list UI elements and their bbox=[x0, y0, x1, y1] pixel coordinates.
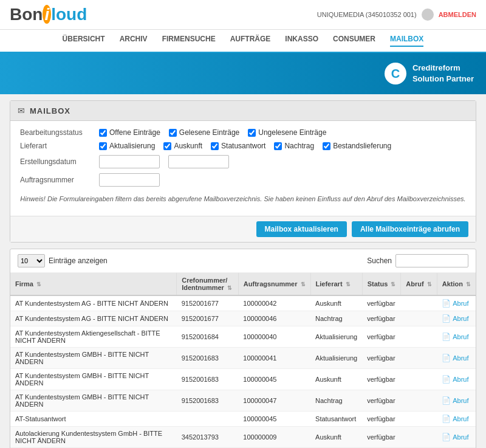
cell-status: verfügbar bbox=[362, 390, 401, 412]
auskunft-label: Auskunft bbox=[174, 142, 202, 150]
nav-firmensuche[interactable]: FIRMENSUCHE bbox=[162, 35, 216, 47]
mailbox-aktualisieren-button[interactable]: Mailbox aktualisieren bbox=[256, 221, 347, 237]
auftragsnummer-input[interactable] bbox=[99, 173, 160, 187]
abruf-button[interactable]: 📄 Abruf bbox=[442, 354, 468, 362]
table-header: Firma ⇅ Crefonummer/Identnummer ⇅ Auftra… bbox=[10, 273, 476, 295]
cell-status: verfügbar bbox=[362, 326, 401, 348]
bestandslieferung-checkbox[interactable] bbox=[323, 142, 330, 150]
cell-aktion[interactable]: 📄 Abruf bbox=[437, 390, 476, 412]
cell-firma: Autolackierung Kundentestsystem GmbH - B… bbox=[10, 427, 177, 448]
entries-per-page-select[interactable]: 10 25 50 bbox=[18, 254, 45, 267]
lieferart-row: Lieferart Aktualisierung Auskunft Status… bbox=[20, 142, 466, 150]
nachtrag-label: Nachtrag bbox=[284, 142, 314, 150]
cell-auftragnr: 100000045 bbox=[238, 369, 310, 390]
nav-mailbox[interactable]: MAILBOX bbox=[390, 35, 423, 47]
cell-aktion[interactable]: 📄 Abruf bbox=[437, 348, 476, 369]
auskunft-checkbox[interactable] bbox=[163, 142, 171, 150]
user-icon bbox=[422, 9, 434, 21]
cell-status: verfügbar bbox=[362, 427, 401, 448]
statusantwort-checkbox[interactable] bbox=[211, 142, 219, 150]
col-cref[interactable]: Crefonummer/Identnummer ⇅ bbox=[177, 273, 239, 295]
mailbox-title: MAILBOX bbox=[30, 106, 70, 115]
cell-aktion[interactable]: 📄 Abruf bbox=[437, 412, 476, 427]
abruf-button[interactable]: 📄 Abruf bbox=[442, 299, 468, 308]
creditreform-banner: C Creditreform Solution Partner bbox=[0, 53, 486, 94]
abruf-button[interactable]: 📄 Abruf bbox=[442, 415, 468, 423]
cell-lieferart: Auskunft bbox=[310, 427, 362, 448]
cell-status: verfügbar bbox=[362, 348, 401, 369]
col-abruf[interactable]: Abruf ⇅ bbox=[401, 273, 437, 295]
cell-auftragnr: 100000047 bbox=[238, 390, 310, 412]
abruf-button[interactable]: 📄 Abruf bbox=[442, 396, 468, 405]
logo-text: Boniloud bbox=[10, 5, 87, 24]
user-area: UNIQUEMEDIA (345010352 001) ABMELDEN bbox=[317, 9, 476, 21]
offene-checkbox[interactable] bbox=[99, 129, 107, 137]
abruf-button[interactable]: 📄 Abruf bbox=[442, 433, 468, 441]
auftragsnummer-label: Auftragsnummer bbox=[20, 176, 99, 184]
nav-archiv[interactable]: ARCHIV bbox=[120, 35, 148, 47]
nav-auftrage[interactable]: AUFTRÄGE bbox=[230, 35, 271, 47]
cell-aktion[interactable]: 📄 Abruf bbox=[437, 369, 476, 390]
auftragsnummer-row: Auftragsnummer bbox=[20, 173, 466, 187]
user-info: UNIQUEMEDIA (345010352 001) bbox=[317, 11, 417, 18]
nachtrag-checkbox[interactable] bbox=[274, 142, 282, 150]
abruf-button[interactable]: 📄 Abruf bbox=[442, 333, 468, 341]
alle-abrufen-button[interactable]: Alle Mailboxeinträge abrufen bbox=[352, 221, 468, 237]
cell-cref bbox=[177, 412, 239, 427]
cell-status: verfügbar bbox=[362, 412, 401, 427]
cell-aktion[interactable]: 📄 Abruf bbox=[437, 326, 476, 348]
cell-abruf bbox=[401, 427, 437, 448]
cell-aktion[interactable]: 📄 Abruf bbox=[437, 311, 476, 326]
ungelesene-checkbox[interactable] bbox=[248, 129, 256, 137]
statusantwort-checkbox-item[interactable]: Statusantwort bbox=[211, 142, 265, 150]
erstellungsdatum-to[interactable] bbox=[168, 155, 229, 168]
gelesene-checkbox[interactable] bbox=[169, 129, 177, 137]
nachtrag-checkbox-item[interactable]: Nachtrag bbox=[274, 142, 314, 150]
erstellungsdatum-label: Erstellungsdatum bbox=[20, 157, 99, 166]
entries-control: 10 25 50 Einträge anzeigen bbox=[18, 254, 108, 267]
gelesene-checkbox-item[interactable]: Gelesene Einträge bbox=[169, 128, 239, 137]
table-row: AT Kundentestsystem GMBH - BITTE NICHT Ä… bbox=[10, 390, 476, 412]
nav-consumer[interactable]: CONSUMER bbox=[333, 35, 375, 47]
offene-label: Offene Einträge bbox=[109, 128, 160, 137]
gelesene-label: Gelesene Einträge bbox=[179, 128, 239, 137]
col-lieferart[interactable]: Lieferart ⇅ bbox=[310, 273, 362, 295]
cell-auftragnr: 100000045 bbox=[238, 412, 310, 427]
auskunft-checkbox-item[interactable]: Auskunft bbox=[163, 142, 202, 150]
mailbox-icon: ✉ bbox=[18, 106, 25, 115]
cell-firma: AT Kundentestsystem GMBH - BITTE NICHT Ä… bbox=[10, 369, 177, 390]
aktualisierung-checkbox[interactable] bbox=[99, 142, 107, 150]
erstellungsdatum-from[interactable] bbox=[99, 155, 160, 168]
cell-firma: AT Kundentestsystem GMBH - BITTE NICHT Ä… bbox=[10, 348, 177, 369]
cell-status: verfügbar bbox=[362, 295, 401, 311]
ungelesene-checkbox-item[interactable]: Ungelesene Einträge bbox=[248, 128, 326, 137]
cell-firma: AT Kundentestsystem AG - BITTE NICHT ÄND… bbox=[10, 311, 177, 326]
mailbox-table: Firma ⇅ Crefonummer/Identnummer ⇅ Auftra… bbox=[10, 273, 476, 448]
creditreform-text: Creditreform Solution Partner bbox=[412, 63, 474, 84]
col-firma[interactable]: Firma ⇅ bbox=[10, 273, 177, 295]
cell-firma: AT-Statusantwort bbox=[10, 412, 177, 427]
cell-aktion[interactable]: 📄 Abruf bbox=[437, 427, 476, 448]
cell-abruf bbox=[401, 295, 437, 311]
nav-inkasso[interactable]: INKASSO bbox=[285, 35, 318, 47]
abruf-button[interactable]: 📄 Abruf bbox=[442, 314, 468, 323]
aktualisierung-checkbox-item[interactable]: Aktualisierung bbox=[99, 142, 155, 150]
cell-abruf bbox=[401, 311, 437, 326]
table-panel: 10 25 50 Einträge anzeigen Suchen Firma … bbox=[10, 249, 476, 448]
cell-firma: AT Kundentestsystem Aktiengesellschaft -… bbox=[10, 326, 177, 348]
nav-ubersicht[interactable]: ÜBERSICHT bbox=[63, 35, 105, 47]
filter-area: Bearbeitungsstatus Offene Einträge Geles… bbox=[10, 121, 476, 216]
search-input[interactable] bbox=[395, 254, 468, 267]
col-aktion[interactable]: Aktion ⇅ bbox=[437, 273, 476, 295]
cell-lieferart: Nachtrag bbox=[310, 390, 362, 412]
col-auftragnr[interactable]: Auftragsnummer ⇅ bbox=[238, 273, 310, 295]
logout-button[interactable]: ABMELDEN bbox=[439, 11, 476, 18]
col-status[interactable]: Status ⇅ bbox=[362, 273, 401, 295]
cell-aktion[interactable]: 📄 Abruf bbox=[437, 295, 476, 311]
cell-auftragnr: 100000042 bbox=[238, 295, 310, 311]
cell-lieferart: Nachtrag bbox=[310, 311, 362, 326]
cell-cref: 9152001677 bbox=[177, 311, 239, 326]
abruf-button[interactable]: 📄 Abruf bbox=[442, 375, 468, 384]
bestandslieferung-checkbox-item[interactable]: Bestandslieferung bbox=[323, 142, 391, 150]
offene-checkbox-item[interactable]: Offene Einträge bbox=[99, 128, 160, 137]
